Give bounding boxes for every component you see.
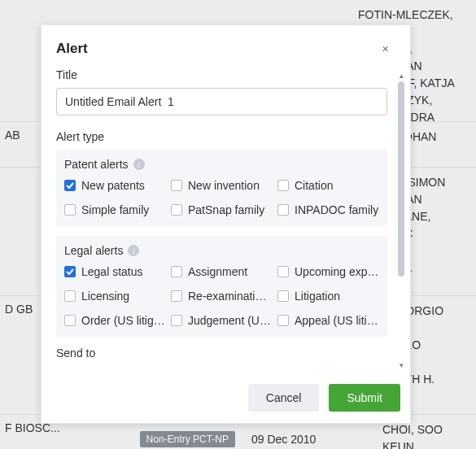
cancel-button[interactable]: Cancel	[248, 384, 320, 412]
modal-footer: Cancel Submit	[41, 373, 410, 423]
title-input[interactable]	[56, 88, 387, 116]
modal-header: Alert ×	[41, 25, 410, 68]
checkbox-box[interactable]	[64, 266, 76, 277]
checkbox-legal-status[interactable]: Legal status	[64, 265, 166, 278]
checkbox-box[interactable]	[277, 315, 289, 326]
checkbox-patsnap-family[interactable]: PatSnap family	[171, 203, 273, 216]
checkbox-label: Appeal (US litig...	[295, 314, 379, 327]
checkbox-label: PatSnap family	[188, 203, 264, 216]
checkbox-new-invention[interactable]: New invention	[171, 179, 273, 192]
alert-modal: Alert × Title Alert type Patent alerts i…	[41, 24, 411, 424]
checkbox-box[interactable]	[64, 180, 76, 191]
legal-alerts-header: Legal alerts i	[64, 244, 379, 257]
checkbox-appeal-us-litigation[interactable]: Appeal (US litig...	[277, 314, 379, 327]
checkbox-label: Judgement (US l...	[188, 314, 273, 327]
scroll-down-arrow-icon[interactable]: ▾	[398, 361, 404, 369]
checkbox-box[interactable]	[171, 204, 182, 216]
scrollbar-track[interactable]: ▴ ▾	[398, 72, 404, 369]
checkbox-box[interactable]	[277, 180, 289, 191]
checkbox-label: Litigation	[295, 290, 340, 303]
alert-type-label: Alert type	[56, 130, 387, 143]
title-label: Title	[56, 68, 387, 81]
checkbox-box[interactable]	[64, 290, 76, 302]
patent-alerts-panel: Patent alerts i New patents New inventio…	[56, 150, 387, 226]
checkbox-label: Legal status	[81, 265, 143, 278]
checkbox-label: INPADOC family	[295, 203, 378, 216]
scroll-up-arrow-icon[interactable]: ▴	[398, 72, 404, 80]
checkbox-label: Upcoming expir...	[295, 265, 379, 278]
checkbox-assignment[interactable]: Assignment	[171, 265, 273, 278]
send-to-label: Send to	[56, 347, 387, 360]
checkbox-label: New invention	[188, 179, 260, 192]
patent-alerts-header: Patent alerts i	[64, 158, 379, 171]
checkbox-licensing[interactable]: Licensing	[64, 290, 166, 303]
info-icon[interactable]: i	[128, 245, 139, 256]
legal-alerts-header-text: Legal alerts	[64, 244, 123, 257]
checkbox-upcoming-expiration[interactable]: Upcoming expir...	[277, 265, 379, 278]
legal-checkbox-grid: Legal status Assignment Upcoming expir..…	[64, 265, 379, 327]
checkbox-litigation[interactable]: Litigation	[277, 290, 379, 303]
checkbox-label: Order (US litigati...	[81, 314, 166, 327]
checkbox-inpadoc-family[interactable]: INPADOC family	[277, 203, 379, 216]
checkbox-label: Re-examination/...	[188, 290, 273, 303]
checkbox-label: Licensing	[81, 290, 129, 303]
checkbox-box[interactable]	[171, 266, 182, 277]
checkbox-judgement-us-litigation[interactable]: Judgement (US l...	[171, 314, 273, 327]
info-icon[interactable]: i	[133, 159, 145, 170]
checkbox-box[interactable]	[171, 315, 182, 326]
checkbox-label: Simple family	[81, 203, 149, 216]
checkbox-box[interactable]	[277, 204, 289, 216]
submit-button[interactable]: Submit	[329, 384, 400, 412]
legal-alerts-panel: Legal alerts i Legal status Assignment U…	[56, 236, 387, 337]
checkbox-new-patents[interactable]: New patents	[64, 179, 166, 192]
checkbox-order-us-litigation[interactable]: Order (US litigati...	[64, 314, 166, 327]
checkbox-box[interactable]	[277, 266, 289, 277]
patent-checkbox-grid: New patents New invention Citation Simpl…	[64, 179, 379, 216]
checkbox-box[interactable]	[171, 180, 182, 191]
checkbox-label: Assignment	[188, 265, 247, 278]
checkbox-citation[interactable]: Citation	[277, 179, 379, 192]
checkbox-label: New patents	[81, 179, 145, 192]
patent-alerts-header-text: Patent alerts	[64, 158, 129, 171]
checkbox-re-examination[interactable]: Re-examination/...	[171, 290, 273, 303]
checkbox-box[interactable]	[171, 290, 182, 302]
checkbox-box[interactable]	[277, 290, 289, 302]
checkbox-label: Citation	[295, 179, 333, 192]
checkbox-box[interactable]	[64, 315, 76, 326]
close-button[interactable]: ×	[378, 40, 392, 57]
checkbox-simple-family[interactable]: Simple family	[64, 203, 166, 216]
modal-title: Alert	[56, 41, 88, 57]
modal-body-wrap: Title Alert type Patent alerts i New pat…	[41, 68, 410, 373]
modal-body: Title Alert type Patent alerts i New pat…	[56, 68, 387, 373]
modal-scrollbar[interactable]: ▴ ▾	[398, 72, 404, 369]
checkbox-box[interactable]	[64, 204, 76, 216]
scrollbar-thumb[interactable]	[398, 81, 404, 277]
